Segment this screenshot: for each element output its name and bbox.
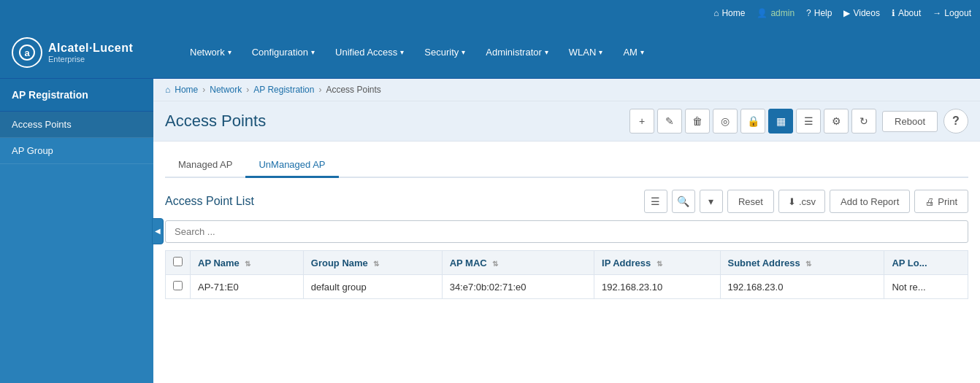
sidebar-ap-group-label: AP Group — [12, 145, 53, 156]
filter-button[interactable]: ▾ — [700, 190, 723, 213]
download-icon: ⬇ — [788, 196, 796, 207]
th-ap-name[interactable]: AP Name ⇅ — [191, 251, 304, 275]
row-subnet-address: 192.168.23.0 — [720, 275, 884, 299]
columns-icon: ☰ — [651, 196, 660, 207]
table-actions: ☰ 🔍 ▾ Reset ⬇ .csv Add to Report — [644, 190, 968, 213]
about-link[interactable]: ℹ About — [892, 8, 921, 18]
alcatel-lucent-label: Alcatel·Lucent — [48, 42, 133, 55]
nav-security[interactable]: Security ▾ — [416, 41, 474, 63]
sort-ap-name-icon: ⇅ — [245, 260, 250, 268]
nav-network-label: Network — [190, 47, 225, 58]
logo-area: a Alcatel·Lucent Enterprise — [12, 37, 158, 68]
th-ip-address[interactable]: IP Address ⇅ — [594, 251, 720, 275]
table-body: AP-71:E0 default group 34:e7:0b:02:71:e0… — [166, 275, 968, 299]
nav-config-arrow: ▾ — [311, 48, 315, 56]
breadcrumb-home[interactable]: Home — [175, 85, 198, 95]
sidebar-item-access-points[interactable]: Access Points — [0, 112, 153, 138]
breadcrumb-home-icon: ⌂ — [165, 85, 170, 95]
nav-configuration[interactable]: Configuration ▾ — [243, 41, 324, 63]
table-title: Access Point List — [165, 195, 254, 208]
print-button[interactable]: 🖨 Print — [914, 190, 968, 213]
data-table: AP Name ⇅ Group Name ⇅ AP MAC ⇅ IP Add — [165, 250, 968, 299]
videos-icon: ▶ — [843, 8, 850, 18]
grid-icon: ▦ — [776, 115, 786, 127]
csv-button[interactable]: ⬇ .csv — [778, 190, 825, 213]
grid-view-button[interactable]: ▦ — [768, 109, 793, 134]
about-label: About — [898, 8, 921, 18]
search-icon: 🔍 — [677, 196, 689, 207]
logo-icon: a — [12, 37, 42, 68]
tab-managed-ap[interactable]: Managed AP — [165, 153, 245, 178]
sidebar-item-ap-group[interactable]: AP Group — [0, 138, 153, 164]
nav-network-arrow: ▾ — [228, 48, 231, 56]
tabs: Managed AP UnManaged AP — [165, 153, 968, 178]
list-view-button[interactable]: ☰ — [796, 109, 821, 134]
breadcrumb-sep1: › — [202, 85, 205, 95]
nav-am[interactable]: AM ▾ — [614, 41, 653, 63]
target-button[interactable]: ◎ — [713, 109, 738, 134]
nav-unified-label: Unified Access — [335, 47, 397, 58]
breadcrumb-network[interactable]: Network — [210, 85, 242, 95]
about-icon: ℹ — [892, 8, 895, 18]
svg-text:a: a — [24, 47, 30, 58]
breadcrumb-sep3: › — [318, 85, 321, 95]
col-subnet-label: Subnet Address — [728, 258, 800, 268]
help-link[interactable]: ? Help — [806, 8, 832, 18]
sort-group-name-icon: ⇅ — [373, 260, 379, 268]
nav-admin-arrow: ▾ — [545, 48, 548, 56]
gear-icon: ⚙ — [832, 115, 841, 127]
table-header: AP Name ⇅ Group Name ⇅ AP MAC ⇅ IP Add — [166, 251, 968, 275]
delete-button[interactable]: 🗑 — [685, 109, 710, 134]
trash-icon: 🗑 — [692, 115, 703, 127]
nav-wlan[interactable]: WLAN ▾ — [560, 41, 612, 63]
content-area: Managed AP UnManaged AP Access Point Lis… — [153, 142, 980, 311]
enterprise-label: Enterprise — [48, 55, 133, 63]
columns-button[interactable]: ☰ — [644, 190, 667, 213]
th-group-name[interactable]: Group Name ⇅ — [303, 251, 442, 275]
nav-security-arrow: ▾ — [462, 48, 465, 56]
tab-unmanaged-ap[interactable]: UnManaged AP — [245, 153, 338, 178]
row-checkbox[interactable] — [173, 281, 183, 290]
sidebar-access-points-label: Access Points — [12, 119, 72, 130]
videos-link[interactable]: ▶ Videos — [843, 8, 879, 18]
sort-subnet-icon: ⇅ — [805, 260, 811, 268]
admin-link[interactable]: 👤 admin — [757, 8, 795, 18]
plus-icon: + — [639, 115, 645, 127]
select-all-checkbox[interactable] — [173, 257, 183, 266]
home-label: Home — [721, 8, 745, 18]
row-group-name: default group — [303, 275, 442, 299]
add-button[interactable]: + — [629, 109, 654, 134]
csv-label: .csv — [799, 196, 816, 207]
reload-button[interactable]: ↻ — [851, 109, 876, 134]
th-ap-location[interactable]: AP Lo... — [884, 251, 968, 275]
th-subnet-address[interactable]: Subnet Address ⇅ — [720, 251, 884, 275]
reset-button[interactable]: Reset — [727, 190, 774, 213]
lock-button[interactable]: 🔒 — [740, 109, 765, 134]
nav-unified-access[interactable]: Unified Access ▾ — [326, 41, 413, 63]
search-button[interactable]: 🔍 — [672, 190, 695, 213]
target-icon: ◎ — [721, 115, 730, 127]
filter-icon: ▾ — [708, 196, 713, 207]
question-icon: ? — [952, 115, 960, 128]
breadcrumb: ⌂ Home › Network › AP Registration › Acc… — [153, 79, 980, 101]
breadcrumb-ap-registration[interactable]: AP Registration — [253, 85, 314, 95]
col-group-name-label: Group Name — [311, 258, 368, 268]
nav-wlan-label: WLAN — [569, 47, 597, 58]
sidebar-toggle[interactable]: ◀ — [152, 218, 164, 244]
logout-link[interactable]: → Logout — [933, 8, 971, 18]
help-button[interactable]: ? — [943, 109, 968, 134]
settings-button[interactable]: ⚙ — [824, 109, 849, 134]
lock-icon: 🔒 — [747, 115, 759, 127]
home-link[interactable]: ⌂ Home — [713, 8, 745, 18]
add-to-report-button[interactable]: Add to Report — [830, 190, 910, 213]
search-input[interactable] — [165, 220, 968, 243]
reboot-button[interactable]: Reboot — [882, 111, 938, 132]
admin-icon: 👤 — [757, 8, 767, 18]
row-ap-mac: 34:e7:0b:02:71:e0 — [442, 275, 594, 299]
nav-admin-label: Administrator — [486, 47, 542, 58]
nav-network[interactable]: Network ▾ — [181, 41, 240, 63]
col-ap-mac-label: AP MAC — [450, 258, 487, 268]
edit-button[interactable]: ✎ — [657, 109, 682, 134]
th-ap-mac[interactable]: AP MAC ⇅ — [442, 251, 594, 275]
nav-administrator[interactable]: Administrator ▾ — [477, 41, 557, 63]
